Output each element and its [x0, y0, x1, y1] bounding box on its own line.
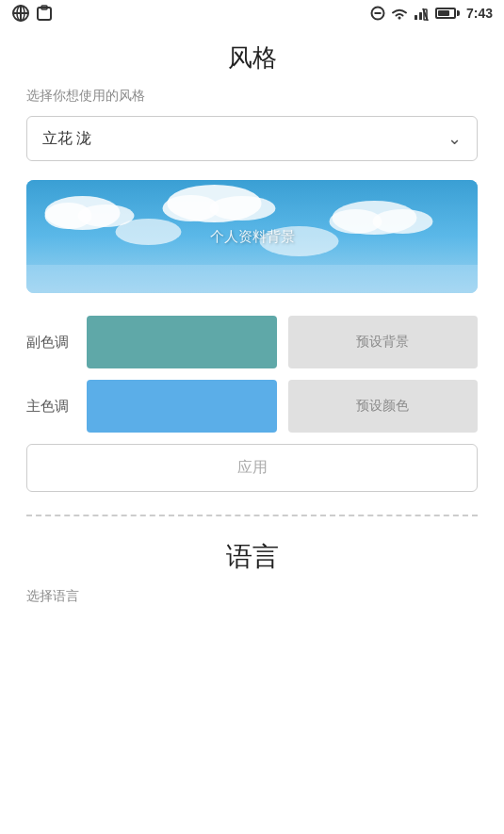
apply-button[interactable]: 应用	[27, 445, 477, 491]
wifi-icon	[390, 6, 409, 21]
style-dropdown[interactable]: 立花 泷 ⌄	[26, 116, 478, 161]
primary-color-row: 主色调 预设颜色	[26, 380, 478, 433]
secondary-color-row: 副色调 预设背景	[26, 316, 478, 368]
clipboard-icon	[36, 5, 53, 22]
chevron-down-icon: ⌄	[447, 128, 462, 149]
section-divider	[26, 515, 478, 516]
status-bar-left	[11, 4, 53, 23]
preset-background-btn[interactable]: 预设背景	[288, 316, 479, 368]
language-section-title: 语言	[26, 539, 478, 575]
preview-banner[interactable]: 个人资料背景	[26, 180, 478, 293]
language-subtitle: 选择语言	[26, 588, 478, 605]
svg-rect-9	[415, 15, 417, 20]
svg-point-19	[210, 196, 276, 221]
status-bar-right: 7:43	[370, 6, 493, 21]
secondary-color-swatch[interactable]	[87, 316, 277, 368]
svg-point-8	[398, 17, 400, 20]
dropdown-value: 立花 泷	[42, 129, 91, 149]
battery-icon	[435, 8, 460, 19]
primary-color-swatch[interactable]	[87, 380, 277, 433]
globe-icon	[11, 4, 30, 23]
minus-circle-icon	[370, 6, 385, 21]
style-section-title: 风格	[26, 41, 478, 74]
svg-point-22	[373, 209, 433, 234]
svg-rect-25	[26, 265, 478, 293]
svg-point-23	[116, 219, 182, 245]
preset-color-btn[interactable]: 预设颜色	[288, 380, 479, 433]
primary-color-label: 主色调	[26, 398, 75, 416]
no-signal-icon	[414, 6, 431, 21]
status-time: 7:43	[466, 6, 493, 21]
style-subtitle: 选择你想使用的风格	[26, 88, 478, 105]
status-bar: 7:43	[0, 0, 504, 26]
main-content: 风格 选择你想使用的风格 立花 泷 ⌄	[0, 26, 504, 620]
secondary-color-label: 副色调	[26, 334, 75, 352]
apply-btn-wrapper: 应用	[26, 444, 478, 492]
svg-rect-10	[419, 12, 422, 20]
preview-label: 个人资料背景	[210, 228, 295, 246]
